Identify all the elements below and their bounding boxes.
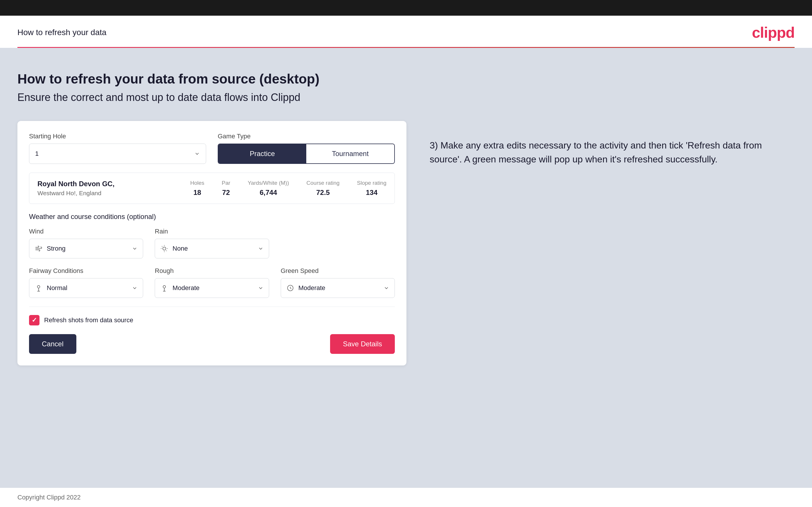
yards-label: Yards/White (M)) xyxy=(248,180,289,186)
course-info: Royal North Devon GC, Westward Ho!, Engl… xyxy=(29,173,395,204)
green-speed-select[interactable]: Moderate xyxy=(281,278,395,298)
wind-group: Wind Strong xyxy=(29,228,143,259)
course-rating-label: Course rating xyxy=(307,180,340,186)
rain-label: Rain xyxy=(155,228,269,235)
green-speed-label: Green Speed xyxy=(281,267,395,275)
action-row: Cancel Save Details xyxy=(29,334,395,354)
course-location: Westward Ho!, England xyxy=(38,190,190,196)
rough-group: Rough Moderate xyxy=(155,267,269,298)
rain-value: None xyxy=(172,245,253,252)
weather-section-heading: Weather and course conditions (optional) xyxy=(29,213,395,221)
form-body: Starting Hole 1 Game Type Practice xyxy=(17,121,406,365)
holes-stat: Holes 18 xyxy=(190,180,204,196)
conditions-row: Fairway Conditions Normal Rough xyxy=(29,267,395,298)
rough-label: Rough xyxy=(155,267,269,275)
wind-label: Wind xyxy=(29,228,143,235)
wind-icon xyxy=(35,244,43,252)
practice-label: Practice xyxy=(250,150,275,158)
yards-value: 6,744 xyxy=(260,188,277,196)
top-bar xyxy=(0,0,812,16)
holes-value: 18 xyxy=(193,188,201,196)
tournament-button[interactable]: Tournament xyxy=(306,144,394,163)
starting-hole-label: Starting Hole xyxy=(29,132,206,140)
fairway-label: Fairway Conditions xyxy=(29,267,143,275)
green-speed-group: Green Speed Moderate xyxy=(281,267,395,298)
holes-label: Holes xyxy=(190,180,204,186)
page-heading: How to refresh your data from source (de… xyxy=(17,71,795,87)
fairway-icon xyxy=(35,284,43,292)
page-subheading: Ensure the correct and most up to date d… xyxy=(17,91,795,104)
rain-chevron-icon xyxy=(258,246,264,251)
fairway-group: Fairway Conditions Normal xyxy=(29,267,143,298)
par-label: Par xyxy=(222,180,231,186)
rough-value: Moderate xyxy=(172,284,253,292)
content-body: Starting Hole 1 Game Type Practice xyxy=(17,121,795,365)
slope-rating-value: 134 xyxy=(366,188,377,196)
green-speed-value: Moderate xyxy=(298,284,379,292)
refresh-label: Refresh shots from data source xyxy=(44,317,133,324)
starting-hole-row: Starting Hole 1 Game Type Practice xyxy=(29,132,395,164)
empty-group xyxy=(281,228,395,259)
svg-point-8 xyxy=(163,285,166,288)
refresh-checkbox-row: ✓ Refresh shots from data source xyxy=(29,315,395,326)
copyright-text: Copyright Clippd 2022 xyxy=(17,494,81,501)
form-card: Starting Hole 1 Game Type Practice xyxy=(17,121,406,365)
wind-chevron-icon xyxy=(132,246,138,251)
wind-rain-row: Wind Strong Rain xyxy=(29,228,395,259)
game-type-label: Game Type xyxy=(218,132,395,140)
svg-point-0 xyxy=(163,247,166,250)
par-stat: Par 72 xyxy=(222,180,231,196)
svg-point-7 xyxy=(38,285,40,288)
green-speed-icon xyxy=(286,284,294,292)
starting-hole-group: Starting Hole 1 xyxy=(29,132,206,164)
starting-hole-value: 1 xyxy=(35,150,39,158)
green-speed-chevron-icon xyxy=(384,285,389,291)
wind-value: Strong xyxy=(47,245,128,252)
instruction-text: 3) Make any extra edits necessary to the… xyxy=(430,121,795,166)
rain-group: Rain None xyxy=(155,228,269,259)
header: How to refresh your data clippd xyxy=(0,16,812,47)
rough-chevron-icon xyxy=(258,285,264,291)
slope-rating-label: Slope rating xyxy=(357,180,387,186)
cancel-button[interactable]: Cancel xyxy=(29,334,77,354)
course-name: Royal North Devon GC, xyxy=(38,180,190,188)
content-area: How to refresh your data from source (de… xyxy=(0,48,812,488)
fairway-chevron-icon xyxy=(132,285,138,291)
starting-hole-chevron-icon xyxy=(194,151,200,157)
slope-rating-stat: Slope rating 134 xyxy=(357,180,387,196)
save-button[interactable]: Save Details xyxy=(330,334,395,354)
header-title: How to refresh your data xyxy=(17,28,107,37)
wind-select[interactable]: Strong xyxy=(29,239,143,259)
course-rating-stat: Course rating 72.5 xyxy=(307,180,340,196)
course-name-section: Royal North Devon GC, Westward Ho!, Engl… xyxy=(38,180,190,196)
fairway-select[interactable]: Normal xyxy=(29,278,143,298)
course-rating-value: 72.5 xyxy=(316,188,330,196)
form-divider xyxy=(29,306,395,307)
practice-button[interactable]: Practice xyxy=(218,144,306,163)
starting-hole-select[interactable]: 1 xyxy=(29,144,206,164)
footer: Copyright Clippd 2022 xyxy=(0,488,812,507)
svg-line-3 xyxy=(162,246,163,247)
refresh-checkbox[interactable]: ✓ xyxy=(29,315,40,326)
checkmark-icon: ✓ xyxy=(32,317,37,324)
logo: clippd xyxy=(752,24,795,41)
rough-select[interactable]: Moderate xyxy=(155,278,269,298)
course-stats: Holes 18 Par 72 Yards/White (M)) 6,744 xyxy=(190,180,387,196)
tournament-label: Tournament xyxy=(332,150,369,158)
fairway-value: Normal xyxy=(47,284,128,292)
rain-icon xyxy=(160,244,168,252)
main-container: How to refresh your data clippd How to r… xyxy=(0,16,812,507)
game-type-toggle: Practice Tournament xyxy=(218,144,395,164)
rough-icon xyxy=(160,284,168,292)
par-value: 72 xyxy=(222,188,230,196)
svg-line-4 xyxy=(166,250,167,251)
rain-select[interactable]: None xyxy=(155,239,269,259)
game-type-group: Game Type Practice Tournament xyxy=(218,132,395,164)
yards-stat: Yards/White (M)) 6,744 xyxy=(248,180,289,196)
